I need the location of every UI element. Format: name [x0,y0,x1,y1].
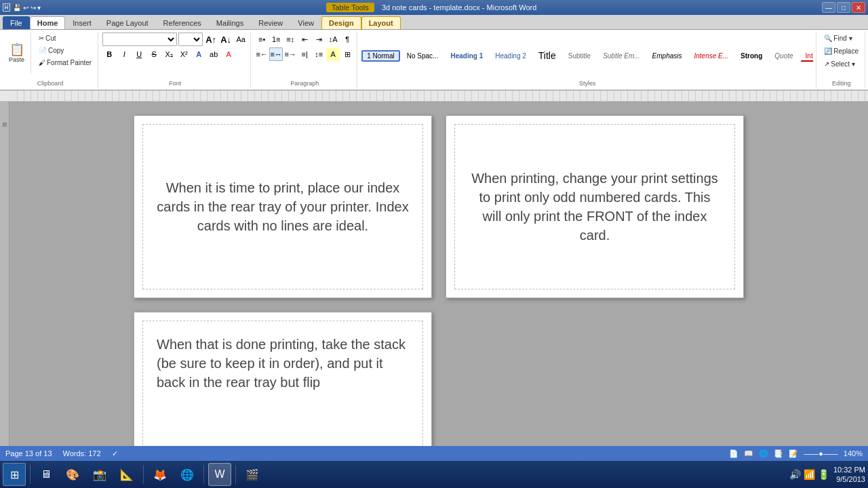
tab-references[interactable]: References [156,16,209,29]
status-left: Page 13 of 13 Words: 172 ✓ [5,449,118,458]
justify-button[interactable]: ≡| [298,47,311,61]
replace-icon: 🔄 [824,47,832,55]
text-highlight-button[interactable]: ab [207,47,220,61]
tab-insert[interactable]: Insert [65,16,99,29]
view-normal-icon[interactable]: 📄 [729,449,738,458]
taskbar-chrome[interactable]: 🌐 [175,463,199,486]
style-heading2[interactable]: Heading 2 [490,50,532,62]
increase-indent-button[interactable]: ⇥ [312,33,326,46]
decrease-indent-button[interactable]: ⇤ [298,33,311,46]
tab-home[interactable]: Home [30,16,66,29]
numbering-button[interactable]: 1≡ [269,33,283,46]
line-spacing-button[interactable]: ↕≡ [312,47,326,61]
taskbar-word[interactable]: W [208,463,231,486]
view-draft-icon[interactable]: 📝 [789,449,798,458]
tab-layout[interactable]: Layout [361,16,401,29]
align-left-button[interactable]: ≡← [255,47,269,61]
superscript-button[interactable]: X² [177,47,191,61]
strikethrough-button[interactable]: S [147,47,161,61]
bullets-button[interactable]: ≡• [255,33,269,46]
multilevel-list-button[interactable]: ≡↕ [283,33,297,46]
ruler [0,91,868,102]
style-subtitle[interactable]: Subtitle [563,50,596,62]
styles-label: Styles [579,80,596,87]
style-intense-e[interactable]: Intense E... [689,50,734,62]
tab-file[interactable]: File [3,16,30,29]
title-bar: 🅆 💾 ↩ ↪ ▾ Table Tools 3d note cards - te… [0,0,868,15]
format-painter-button[interactable]: 🖌 Format Painter [35,57,95,68]
view-outline-icon[interactable]: 📑 [774,449,783,458]
close-button[interactable]: ✕ [852,2,865,13]
quick-access: 💾 ↩ ↪ ▾ [13,4,41,12]
show-formatting-button[interactable]: ¶ [340,33,354,46]
replace-button[interactable]: 🔄 Replace [821,45,862,57]
card-row-2: When that is done printing, take the sta… [134,312,744,446]
title-bar-left: 🅆 💾 ↩ ↪ ▾ [3,3,41,12]
shading-button[interactable]: A [326,47,340,61]
title-bar-title: Table Tools 3d note cards - template.doc… [41,3,822,12]
zoom-slider[interactable]: ——●—— [804,449,838,458]
style-subtle-em[interactable]: Subtle Em... [597,50,645,62]
style-quote[interactable]: Quote [769,50,798,62]
taskbar-photoshop[interactable]: 📸 [87,463,112,486]
editing-content: 🔍 Find ▾ 🔄 Replace ↗ Select ▾ [821,33,862,79]
font-color-button[interactable]: A [222,47,235,61]
select-icon: ↗ [824,60,829,68]
doc-title: 3d note cards - template.docx - Microsof… [382,3,536,12]
italic-button[interactable]: I [117,47,131,61]
cut-button[interactable]: ✂ Cut [35,33,95,44]
paragraph-group-content: ≡• 1≡ ≡↕ ⇤ ⇥ ↕A ¶ ≡← ≡↔ ≡→ ≡| ↕≡ A ⊞ [255,33,354,79]
style-normal[interactable]: 1 Normal [361,50,400,62]
taskbar-lightroom[interactable]: 🎨 [60,463,85,486]
style-heading1[interactable]: Heading 1 [445,50,488,62]
shrink-font-button[interactable]: A↓ [219,33,233,46]
tab-page-layout[interactable]: Page Layout [99,16,156,29]
taskbar-illustrator[interactable]: 📐 [115,463,139,486]
cut-icon: ✂ [39,35,44,42]
taskbar-firefox[interactable]: 🦊 [148,463,172,486]
style-intense-q[interactable]: Intense Q... [800,50,814,62]
borders-button[interactable]: ⊞ [340,47,354,61]
style-title[interactable]: Title [533,48,561,63]
document-area[interactable]: ⊞ When it is time to print, place our in… [0,102,868,446]
style-emphasis[interactable]: Emphasis [647,50,688,62]
paste-button[interactable]: 📋 Paste [5,41,28,65]
format-painter-icon: 🖌 [39,59,45,66]
copy-button[interactable]: 📄 Copy [35,45,95,56]
sort-button[interactable]: ↕A [326,33,340,46]
select-button[interactable]: ↗ Select ▾ [821,58,859,70]
tab-view[interactable]: View [290,16,321,29]
subscript-button[interactable]: X₂ [162,47,176,61]
tab-design[interactable]: Design [321,16,361,29]
taskbar-separator-2 [143,465,144,484]
view-web-icon[interactable]: 🌐 [759,449,768,458]
system-clock: 10:32 PM 9/5/2013 [833,465,865,485]
title-bar-controls[interactable]: — □ ✕ [822,2,865,13]
minimize-button[interactable]: — [822,2,835,13]
paste-icon: 📋 [9,43,24,56]
taskbar-vlc[interactable]: 🎬 [240,463,264,486]
maximize-button[interactable]: □ [837,2,850,13]
font-size-select[interactable]: 18 [178,33,203,46]
clear-formatting-button[interactable]: Aa [234,33,248,46]
taskbar-desktop[interactable]: 🖥 [35,463,58,486]
tab-mailings[interactable]: Mailings [209,16,251,29]
bold-button[interactable]: B [102,47,116,61]
start-button[interactable]: ⊞ [3,463,26,486]
font-family-select[interactable]: Calibri (Body) [102,33,177,46]
underline-button[interactable]: U [132,47,146,61]
ribbon-tabs: File Home Insert Page Layout References … [0,15,868,30]
card-inner-3: When that is done printing, take the sta… [142,321,423,446]
align-right-button[interactable]: ≡→ [283,47,297,61]
style-strong[interactable]: Strong [735,50,768,62]
styles-gallery: 1 Normal No Spac... Heading 1 Heading 2 … [361,33,813,79]
tab-review[interactable]: Review [251,16,290,29]
context-tab-label: Table Tools [326,3,374,12]
text-effects-button[interactable]: A [192,47,205,61]
left-tool-icon: ⊞ [1,122,8,127]
style-no-space[interactable]: No Spac... [401,50,444,62]
align-center-button[interactable]: ≡↔ [269,47,283,61]
find-button[interactable]: 🔍 Find ▾ [821,33,855,44]
view-reading-icon[interactable]: 📖 [744,449,753,458]
grow-font-button[interactable]: A↑ [204,33,218,46]
